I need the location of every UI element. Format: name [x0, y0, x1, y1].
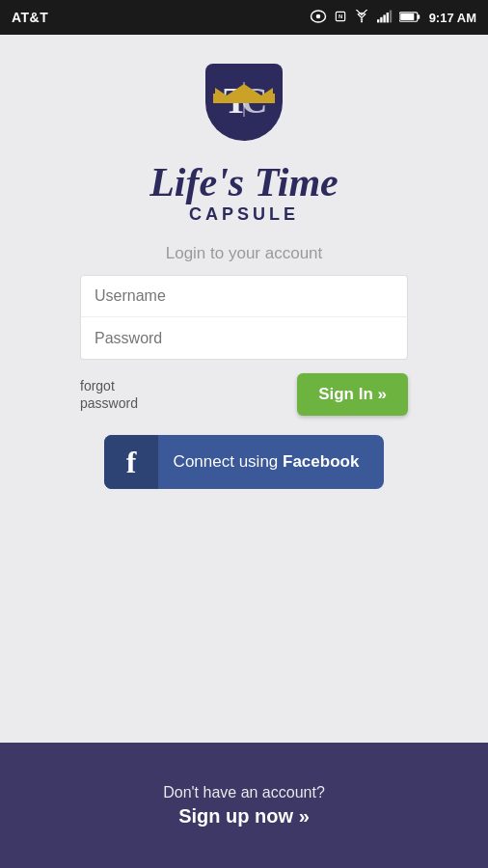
- shield-logo: T C: [205, 64, 283, 150]
- footer: Don't have an account? Sign up now »: [0, 743, 488, 868]
- svg-rect-14: [215, 99, 273, 103]
- carrier-label: AT&T: [12, 10, 48, 25]
- username-input[interactable]: [80, 275, 408, 317]
- svg-rect-5: [377, 19, 379, 22]
- svg-rect-9: [390, 10, 392, 22]
- login-label: Login to your account: [166, 244, 323, 263]
- facebook-connect-button[interactable]: f Connect using Facebook: [104, 435, 384, 489]
- svg-rect-6: [380, 16, 382, 22]
- svg-rect-7: [383, 14, 385, 22]
- svg-rect-16: [239, 90, 249, 99]
- svg-rect-17: [265, 94, 275, 103]
- svg-point-1: [316, 14, 321, 18]
- status-bar: AT&T N: [0, 0, 488, 35]
- svg-rect-12: [417, 14, 419, 19]
- sign-in-button[interactable]: Sign In »: [297, 373, 408, 416]
- time-label: 9:17 AM: [429, 11, 476, 25]
- facebook-icon-section: f: [104, 435, 158, 489]
- status-right: N 9:17 AM: [310, 10, 476, 26]
- svg-rect-15: [213, 94, 223, 103]
- status-icons: N: [310, 10, 423, 26]
- inputs-wrapper: [80, 275, 408, 360]
- facebook-f-icon: f: [126, 445, 137, 480]
- crown-icon: [205, 50, 283, 137]
- footer-signup-link[interactable]: Sign up now »: [178, 805, 310, 827]
- action-row: forgotpassword Sign In »: [80, 373, 408, 416]
- svg-text:N: N: [339, 14, 342, 19]
- password-input[interactable]: [80, 317, 408, 360]
- svg-rect-11: [400, 13, 414, 19]
- forgot-password-link[interactable]: forgotpassword: [80, 377, 138, 412]
- main-content: T C Life's Time CAPSULE Login to your ac…: [0, 35, 488, 743]
- logo-container: T C Life's Time CAPSULE: [149, 64, 339, 225]
- app-title-caps: CAPSULE: [189, 204, 299, 225]
- svg-point-4: [361, 20, 363, 22]
- app-title-script: Life's Time: [149, 162, 339, 203]
- svg-rect-8: [387, 13, 389, 22]
- facebook-button-label: Connect using Facebook: [158, 452, 384, 472]
- footer-line1: Don't have an account?: [163, 784, 325, 801]
